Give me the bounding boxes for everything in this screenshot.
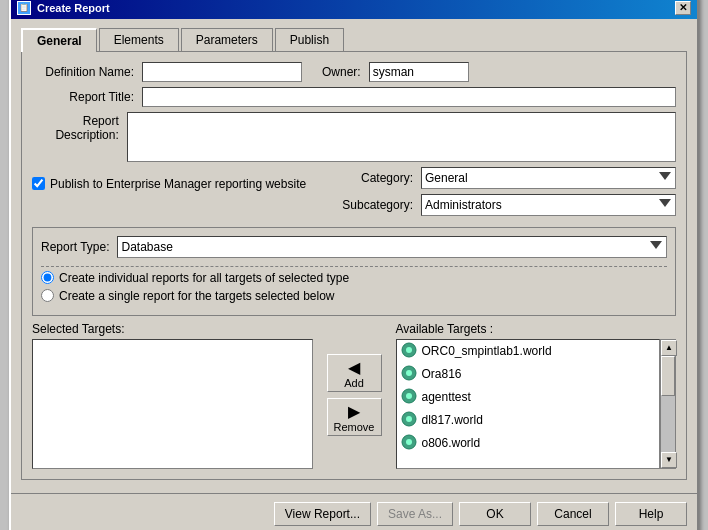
svg-point-9 (406, 439, 412, 445)
owner-label: Owner: (302, 65, 369, 79)
svg-point-7 (406, 416, 412, 422)
list-item[interactable]: agenttest (397, 386, 660, 409)
svg-point-3 (406, 370, 412, 376)
radio-single-label: Create a single report for the targets s… (59, 289, 334, 303)
radio-individual[interactable] (41, 271, 54, 284)
publish-checkbox-label: Publish to Enterprise Manager reporting … (50, 177, 306, 191)
report-type-row: Report Type: Database Host Network (41, 236, 667, 258)
title-bar-title: 📋 Create Report (17, 1, 110, 15)
report-description-textarea[interactable] (127, 112, 676, 162)
svg-point-5 (406, 393, 412, 399)
subcategory-row: Subcategory: Administrators DBAs Users (336, 194, 676, 216)
cancel-button[interactable]: Cancel (537, 502, 609, 526)
report-title-input[interactable] (142, 87, 676, 107)
selected-targets-label: Selected Targets: (32, 322, 313, 336)
publish-checkbox-row: Publish to Enterprise Manager reporting … (32, 177, 306, 191)
subcategory-label: Subcategory: (336, 198, 421, 212)
target-name: ORC0_smpintlab1.world (422, 344, 552, 358)
footer: View Report... Save As... OK Cancel Help (11, 493, 697, 531)
save-as-button[interactable]: Save As... (377, 502, 453, 526)
target-name: Ora816 (422, 367, 462, 381)
ok-button[interactable]: OK (459, 502, 531, 526)
report-description-label: Report Description: (32, 112, 127, 142)
scroll-thumb[interactable] (661, 356, 675, 396)
add-label: Add (344, 377, 364, 389)
target-icon (401, 411, 417, 430)
category-label: Category: (336, 171, 421, 185)
close-button[interactable]: ✕ (675, 1, 691, 15)
tab-parameters[interactable]: Parameters (181, 28, 273, 52)
tab-bar: General Elements Parameters Publish (21, 27, 687, 51)
target-icon (401, 434, 417, 453)
definition-owner-row: Definition Name: Owner: (32, 62, 676, 82)
subcategory-select-wrapper: Administrators DBAs Users (421, 194, 676, 216)
list-item[interactable]: ORC0_smpintlab1.world (397, 340, 660, 363)
radio-individual-row: Create individual reports for all target… (41, 271, 667, 285)
report-type-label: Report Type: (41, 240, 117, 254)
tab-publish[interactable]: Publish (275, 28, 344, 52)
selected-targets-panel: Selected Targets: (32, 322, 313, 469)
create-report-window: 📋 Create Report ✕ General Elements Param… (9, 0, 699, 530)
view-report-button[interactable]: View Report... (274, 502, 371, 526)
title-bar: 📋 Create Report ✕ (11, 0, 697, 19)
divider (41, 266, 667, 267)
definition-name-label: Definition Name: (32, 65, 142, 79)
svg-point-1 (406, 347, 412, 353)
report-type-select-wrapper: Database Host Network (117, 236, 667, 258)
available-targets-label: Available Targets : (396, 322, 677, 336)
scroll-down-button[interactable]: ▼ (661, 452, 677, 468)
available-targets-list: ORC0_smpintlab1.worldOra816agenttestdl81… (396, 339, 661, 469)
window-icon: 📋 (17, 1, 31, 15)
target-icon (401, 342, 417, 361)
target-icon (401, 388, 417, 407)
list-item[interactable]: dl817.world (397, 409, 660, 432)
add-arrow: ◀ (348, 358, 360, 377)
scroll-track (661, 356, 675, 452)
subcategory-select[interactable]: Administrators DBAs Users (421, 194, 676, 216)
publish-checkbox[interactable] (32, 177, 45, 190)
owner-input[interactable] (369, 62, 469, 82)
tab-elements[interactable]: Elements (99, 28, 179, 52)
tab-general[interactable]: General (21, 28, 97, 52)
category-row: Category: General Database Network (336, 167, 676, 189)
scrollbar: ▲ ▼ (660, 339, 676, 469)
target-name: agenttest (422, 390, 471, 404)
help-button[interactable]: Help (615, 502, 687, 526)
available-targets-panel: Available Targets : ORC0_smpintlab1.worl… (396, 322, 677, 469)
remove-label: Remove (334, 421, 375, 433)
report-description-row: Report Description: (32, 112, 676, 162)
target-name: dl817.world (422, 413, 483, 427)
category-subcategory-section: Category: General Database Network Subca… (336, 167, 676, 221)
remove-button[interactable]: ▶ Remove (327, 398, 382, 436)
radio-single[interactable] (41, 289, 54, 302)
report-title-label: Report Title: (32, 90, 142, 104)
add-button[interactable]: ◀ Add (327, 354, 382, 392)
window-title: Create Report (37, 2, 110, 14)
radio-single-row: Create a single report for the targets s… (41, 289, 667, 303)
report-type-select[interactable]: Database Host Network (117, 236, 667, 258)
available-targets-list-wrapper: ORC0_smpintlab1.worldOra816agenttestdl81… (396, 339, 677, 469)
definition-name-input[interactable] (142, 62, 302, 82)
list-item[interactable]: Ora816 (397, 363, 660, 386)
radio-individual-label: Create individual reports for all target… (59, 271, 349, 285)
targets-section: Selected Targets: ◀ Add ▶ Remove (32, 322, 676, 469)
window-content: General Elements Parameters Publish Defi… (11, 19, 697, 488)
target-name: o806.world (422, 436, 481, 450)
target-icon (401, 365, 417, 384)
add-remove-col: ◀ Add ▶ Remove (323, 322, 386, 469)
category-select-wrapper: General Database Network (421, 167, 676, 189)
report-type-box: Report Type: Database Host Network Creat… (32, 227, 676, 316)
remove-arrow: ▶ (348, 402, 360, 421)
category-select[interactable]: General Database Network (421, 167, 676, 189)
tab-content-general: Definition Name: Owner: Report Title: Re… (21, 51, 687, 480)
selected-targets-list[interactable] (32, 339, 313, 469)
scroll-up-button[interactable]: ▲ (661, 340, 677, 356)
report-title-row: Report Title: (32, 87, 676, 107)
list-item[interactable]: o806.world (397, 432, 660, 455)
